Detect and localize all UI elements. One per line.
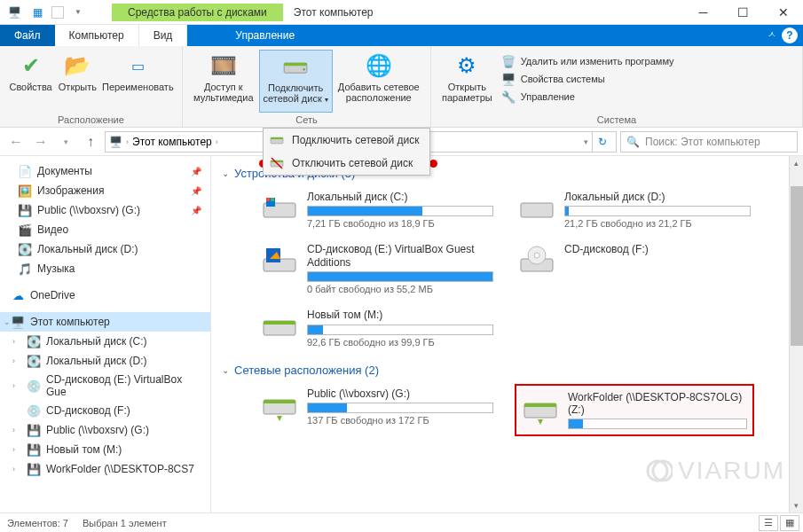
view-details-button[interactable]: ☰ xyxy=(759,515,778,531)
tab-view[interactable]: Вид xyxy=(139,25,188,46)
dropdown-disconnect-drive[interactable]: Отключить сетевой диск xyxy=(264,152,429,175)
status-item-count: Элементов: 7 xyxy=(7,518,68,528)
chevron-right-icon[interactable]: › xyxy=(216,137,218,146)
drive-m[interactable]: Новый том (M:)92,6 ГБ свободно из 99,9 Г… xyxy=(257,305,497,350)
address-dropdown-icon[interactable]: ▾ xyxy=(584,137,588,146)
sidebar-item-local-c[interactable]: ›💽Локальный диск (C:) xyxy=(0,332,210,351)
maximize-button[interactable]: ☐ xyxy=(723,0,763,25)
rename-icon: ▭ xyxy=(123,51,152,80)
ribbon-tabs: Файл Компьютер Вид Управление ㅅ ? xyxy=(0,25,803,46)
media-access-button[interactable]: 🎞️ Доступ к мультимедиа xyxy=(190,50,257,113)
expand-icon[interactable]: › xyxy=(12,337,15,346)
svg-rect-6 xyxy=(271,160,283,162)
chevron-right-icon[interactable]: › xyxy=(126,137,129,146)
nav-up-button[interactable]: ↑ xyxy=(80,131,101,153)
help-button[interactable]: ? xyxy=(782,27,798,43)
scroll-up-icon[interactable]: ▴ xyxy=(790,156,803,170)
globe-folder-icon: 🌐 xyxy=(365,51,393,80)
sidebar-item-local-d2[interactable]: ›💽Локальный диск (D:) xyxy=(0,351,210,371)
breadcrumb-this-pc[interactable]: Этот компьютер xyxy=(132,136,212,148)
chevron-down-icon[interactable]: ⌄ xyxy=(222,365,229,375)
open-settings-button[interactable]: ⚙ Открыть параметры xyxy=(438,50,496,113)
sidebar-item-public-g2[interactable]: ›💾Public (\\vboxsrv) (G:) xyxy=(0,420,210,440)
ribbon-collapse-icon[interactable]: ㅅ xyxy=(768,28,776,41)
refresh-button[interactable]: ↻ xyxy=(592,132,612,152)
drive-d[interactable]: Локальный диск (D:)21,2 ГБ свободно из 2… xyxy=(515,187,754,232)
content-pane[interactable]: ⌄ Устройства и диски (5) Локальный диск … xyxy=(211,156,803,512)
map-network-drive-button[interactable]: Подключить сетевой диск ▾ xyxy=(259,50,333,113)
sidebar-item-local-d[interactable]: 💽Локальный диск (D:) xyxy=(0,239,210,259)
system-menu-icon[interactable]: 🖥️ xyxy=(5,4,23,21)
properties-button[interactable]: ✔ Свойства xyxy=(7,50,54,113)
drive-e[interactable]: CD-дисковод (E:) VirtualBox Guest Additi… xyxy=(257,239,497,298)
nav-forward-button[interactable]: → xyxy=(30,131,51,153)
svg-rect-20 xyxy=(264,321,295,325)
vertical-scrollbar[interactable]: ▴ ▾ xyxy=(789,156,803,512)
sidebar-item-public-g[interactable]: 💾Public (\\vboxsrv) (G:)📌 xyxy=(0,200,210,220)
search-input[interactable]: 🔍 Поиск: Этот компьютер xyxy=(620,131,798,153)
dropdown-connect-drive[interactable]: Подключить сетевой диск xyxy=(264,129,429,152)
pin-icon: 📌 xyxy=(191,167,201,176)
open-button[interactable]: 📂 Открыть xyxy=(56,50,98,113)
close-button[interactable]: ✕ xyxy=(763,0,803,25)
window-title: Этот компьютер xyxy=(294,6,374,19)
rename-button[interactable]: ▭ Переименовать xyxy=(101,50,175,113)
video-icon: 🎬 xyxy=(18,223,32,237)
svg-rect-22 xyxy=(264,400,295,403)
svg-rect-1 xyxy=(284,63,307,66)
map-drive-dropdown: Подключить сетевой диск Отключить сетево… xyxy=(263,128,430,176)
svg-rect-10 xyxy=(266,198,270,201)
manage-button[interactable]: 🔧 Управление xyxy=(498,89,678,105)
network-drive-small-icon xyxy=(269,132,285,148)
sidebar-item-workfolder-z[interactable]: ›💾WorkFolder (\\DESKTOP-8CS7 xyxy=(0,459,210,479)
tab-file[interactable]: Файл xyxy=(0,25,55,46)
pin-icon: 📌 xyxy=(191,206,201,215)
qat-dropdown-icon[interactable]: ▼ xyxy=(69,4,87,21)
drive-c[interactable]: Локальный диск (C:)7,21 ГБ свободно из 1… xyxy=(257,187,497,232)
drive-z-workfolder[interactable]: WorkFolder (\\DESKTOP-8CS7OLG) (Z:) xyxy=(515,384,754,437)
pin-icon: 📌 xyxy=(191,186,201,196)
collapse-icon[interactable]: ⌄ xyxy=(4,317,11,326)
scrollbar-thumb[interactable] xyxy=(791,186,803,346)
network-drive-icon: 💾 xyxy=(18,203,32,217)
multimedia-icon: 🎞️ xyxy=(209,51,238,80)
sidebar-item-music[interactable]: 🎵Музыка xyxy=(0,259,210,278)
scroll-down-icon[interactable]: ▾ xyxy=(790,498,803,512)
cd-icon: 💿 xyxy=(27,403,41,418)
drive-f[interactable]: CD-дисковод (F:) xyxy=(515,239,754,298)
chevron-down-icon[interactable]: ⌄ xyxy=(222,168,229,178)
nav-back-button[interactable]: ← xyxy=(5,131,27,153)
sidebar-item-documents[interactable]: 📄Документы📌 xyxy=(0,161,210,181)
disk-icon: 💽 xyxy=(18,242,32,256)
onedrive-icon: ☁ xyxy=(11,288,25,302)
sidebar-item-video[interactable]: 🎬Видео xyxy=(0,220,210,239)
navigation-pane[interactable]: 📄Документы📌 🖼️Изображения📌 💾Public (\\vb… xyxy=(0,156,211,512)
sidebar-item-onedrive[interactable]: ☁OneDrive xyxy=(0,286,210,305)
group-label-location: Расположение xyxy=(7,113,175,125)
folder-open-icon: 📂 xyxy=(63,51,91,80)
sidebar-item-this-pc[interactable]: ⌄🖥️Этот компьютер xyxy=(0,312,210,332)
network-drive-disconnect-icon xyxy=(269,155,285,171)
nav-history-dropdown[interactable]: ▾ xyxy=(55,131,76,153)
system-properties-button[interactable]: 🖥️ Свойства системы xyxy=(498,71,678,87)
svg-rect-24 xyxy=(524,403,556,407)
sidebar-item-cd-e[interactable]: ›💿CD-дисковод (E:) VirtualBox Gue xyxy=(0,371,210,401)
view-icons-button[interactable]: ▦ xyxy=(780,515,799,531)
status-selection: Выбран 1 элемент xyxy=(83,518,167,528)
section-network-locations[interactable]: ⌄ Сетевые расположения (2) xyxy=(222,360,792,384)
ribbon: ✔ Свойства 📂 Открыть ▭ Переименовать Рас… xyxy=(0,46,803,128)
uninstall-program-button[interactable]: 🗑️ Удалить или изменить программу xyxy=(498,53,678,69)
qat-newfolder-icon[interactable] xyxy=(51,6,64,19)
tab-manage[interactable]: Управление xyxy=(221,25,309,46)
minimize-button[interactable]: ─ xyxy=(683,0,723,25)
uninstall-icon: 🗑️ xyxy=(501,54,516,68)
add-network-location-button[interactable]: 🌐 Добавить сетевое расположение xyxy=(335,50,423,113)
network-drive-icon xyxy=(281,52,310,81)
sidebar-item-pictures[interactable]: 🖼️Изображения📌 xyxy=(0,181,210,200)
sidebar-item-cd-f[interactable]: 💿CD-дисковод (F:) xyxy=(0,401,210,420)
qat-properties-icon[interactable]: ▦ xyxy=(28,4,46,21)
drive-g[interactable]: Public (\\vboxsrv) (G:)137 ГБ свободно и… xyxy=(257,384,497,437)
gear-icon: ⚙ xyxy=(453,51,481,80)
tab-computer[interactable]: Компьютер xyxy=(55,25,139,46)
sidebar-item-new-vol-m[interactable]: ›💾Новый том (M:) xyxy=(0,440,210,459)
